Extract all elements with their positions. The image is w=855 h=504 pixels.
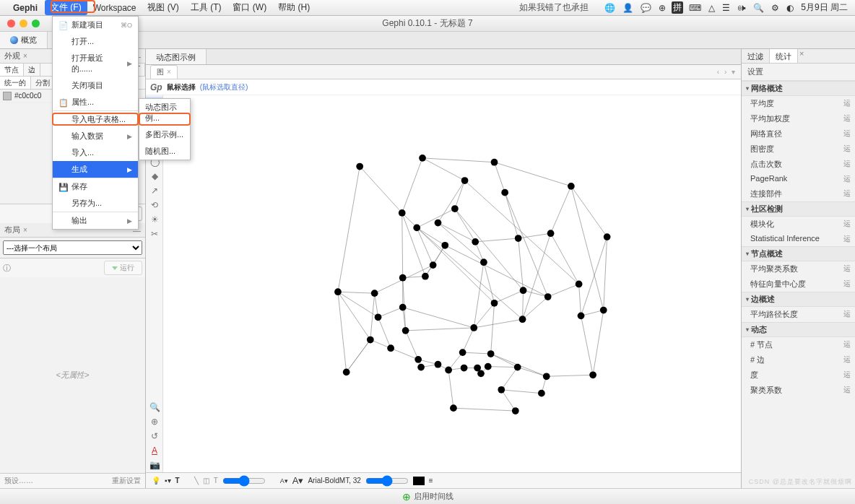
layout-reset-link[interactable]: 重新设置 bbox=[112, 476, 141, 486]
font-color-swatch[interactable] bbox=[413, 477, 425, 485]
run-stat-button[interactable]: 运 bbox=[843, 188, 851, 199]
run-stat-button[interactable]: 运 bbox=[843, 385, 851, 396]
run-stat-button[interactable]: 运 bbox=[843, 219, 851, 230]
status-icon[interactable]: 🌐 bbox=[603, 3, 617, 13]
tab-overview[interactable]: 概览 bbox=[0, 32, 48, 48]
tab-filters[interactable]: 过滤 bbox=[742, 49, 770, 63]
tool-reset-icon[interactable]: ↺ bbox=[146, 429, 163, 443]
text-icon[interactable]: T bbox=[175, 477, 180, 485]
close-icon[interactable]: × bbox=[167, 68, 171, 76]
font-size-slider[interactable] bbox=[365, 475, 409, 487]
run-stat-button[interactable]: 运 bbox=[843, 309, 851, 320]
file-menu-item[interactable]: 另存为... bbox=[53, 195, 138, 212]
run-stat-button[interactable]: 运 bbox=[843, 264, 851, 274]
menu-view[interactable]: 视图 (V) bbox=[142, 0, 184, 15]
edge-icon[interactable]: ╲ bbox=[194, 477, 199, 485]
run-layout-button[interactable]: 运行 bbox=[104, 261, 142, 275]
font-label[interactable]: Arial-BoldMT, 32 bbox=[308, 477, 360, 485]
menubar-date[interactable]: 5月9日 周二 bbox=[799, 1, 849, 14]
file-menu-item[interactable]: 📋属性... bbox=[53, 94, 138, 110]
file-menu-item[interactable]: 输入数据▶ bbox=[53, 128, 138, 144]
tool-font-icon[interactable]: A bbox=[146, 443, 163, 458]
label-icon[interactable]: T bbox=[214, 477, 218, 485]
bulb-icon[interactable]: 💡 bbox=[152, 477, 160, 485]
tool-edge-icon[interactable]: ↗ bbox=[146, 183, 163, 198]
run-stat-button[interactable]: 运 bbox=[843, 370, 851, 381]
tool-center-icon[interactable]: ⊕ bbox=[146, 414, 163, 429]
close-icon[interactable]: × bbox=[799, 49, 804, 63]
status-icon[interactable]: ⚙ bbox=[770, 3, 781, 13]
window-minimize-button[interactable] bbox=[19, 19, 27, 27]
tool-cut-icon[interactable]: ✂ bbox=[146, 227, 163, 241]
status-icon[interactable]: 🔍 bbox=[752, 3, 765, 13]
run-stat-button[interactable]: 运 bbox=[843, 279, 851, 290]
layout-preset-link[interactable]: 预设…… bbox=[4, 476, 33, 486]
tab-nav-arrows[interactable]: ‹ › ▾ bbox=[717, 68, 737, 76]
run-stat-button[interactable]: 运 bbox=[843, 339, 851, 350]
font-large-icon[interactable]: A▾ bbox=[292, 475, 304, 486]
stats-section-header[interactable]: 网络概述 bbox=[742, 81, 855, 96]
status-icon[interactable]: 💬 bbox=[639, 3, 653, 13]
menu-help[interactable]: 帮助 (H) bbox=[272, 0, 316, 15]
stats-section-header[interactable]: 社区检测 bbox=[742, 201, 855, 217]
stats-section-header[interactable]: 边概述 bbox=[742, 292, 855, 307]
file-menu-item[interactable]: 输出▶ bbox=[53, 212, 138, 229]
edge-color-icon[interactable]: ◫ bbox=[203, 477, 209, 485]
file-menu-item[interactable]: 关闭项目 bbox=[53, 77, 138, 94]
tool-zoom-icon[interactable]: 🔍 bbox=[146, 400, 163, 414]
status-icon[interactable]: ☰ bbox=[721, 3, 732, 13]
menu-workspace[interactable]: Workspace bbox=[87, 1, 142, 14]
workspace-tab[interactable]: 动态图示例 bbox=[146, 49, 207, 64]
menu-tools[interactable]: 工具 (T) bbox=[185, 0, 227, 15]
generate-submenu-item[interactable]: 随机图... bbox=[139, 143, 190, 160]
generate-submenu[interactable]: 动态图示例...多图示例...随机图... bbox=[139, 98, 191, 160]
run-stat-button[interactable]: 运 bbox=[843, 159, 851, 170]
file-menu-item[interactable]: 导入电子表格... bbox=[53, 110, 138, 128]
tool-color-icon[interactable]: ◆ bbox=[146, 169, 163, 183]
graph-tab[interactable]: 图× bbox=[150, 65, 178, 79]
run-stat-button[interactable]: 运 bbox=[843, 113, 851, 124]
tab-unique[interactable]: 统一的 bbox=[0, 77, 31, 89]
selection-hint[interactable]: (鼠标选取直径) bbox=[200, 82, 248, 92]
window-maximize-button[interactable] bbox=[32, 19, 40, 27]
tab-statistics[interactable]: 统计 bbox=[770, 49, 798, 63]
font-small-icon[interactable]: A▾ bbox=[280, 477, 288, 485]
run-stat-button[interactable]: 运 bbox=[843, 144, 851, 155]
tab-edges[interactable]: 边 bbox=[24, 64, 40, 76]
attr-config-icon[interactable]: ≡ bbox=[429, 477, 433, 485]
close-icon[interactable]: × bbox=[23, 226, 27, 234]
file-menu-item[interactable]: 生成▶ bbox=[53, 161, 138, 178]
status-icon[interactable]: △ bbox=[707, 3, 716, 13]
stats-section-header[interactable]: 动态 bbox=[742, 322, 855, 337]
file-menu-item[interactable]: 打开... bbox=[53, 33, 138, 50]
status-icon[interactable]: ⊕ bbox=[657, 3, 667, 13]
close-icon[interactable]: × bbox=[23, 52, 27, 60]
generate-submenu-item[interactable]: 动态图示例... bbox=[139, 99, 190, 126]
file-menu-item[interactable]: 导入... bbox=[53, 144, 138, 161]
status-icon[interactable]: 👤 bbox=[621, 3, 635, 13]
bg-icon[interactable]: ▪▾ bbox=[165, 477, 171, 485]
tab-nodes[interactable]: 节点 bbox=[0, 64, 24, 76]
run-stat-button[interactable]: 运 bbox=[843, 98, 851, 109]
run-stat-button[interactable]: 运 bbox=[843, 174, 851, 184]
ime-icon[interactable]: 拼 bbox=[672, 1, 683, 14]
status-icon[interactable]: ◐ bbox=[785, 3, 795, 13]
menu-window[interactable]: 窗口 (W) bbox=[227, 0, 272, 15]
tool-screenshot-icon[interactable]: 📷 bbox=[146, 458, 163, 472]
file-menu-item[interactable]: 💾保存 bbox=[53, 178, 138, 195]
edge-weight-slider[interactable] bbox=[222, 475, 266, 487]
status-icon[interactable]: ⌨ bbox=[687, 3, 703, 13]
tool-path-icon[interactable]: ⟲ bbox=[146, 198, 163, 212]
file-menu-item[interactable]: 📄新建项目⌘O bbox=[53, 17, 138, 33]
tool-heat-icon[interactable]: ☀ bbox=[146, 212, 163, 227]
app-name[interactable]: Gephi bbox=[13, 3, 38, 13]
file-menu-dropdown[interactable]: 📄新建项目⌘O打开...打开最近的......▶关闭项目📋属性...导入电子表格… bbox=[52, 16, 139, 230]
run-stat-button[interactable]: 运 bbox=[843, 234, 851, 244]
graph-canvas[interactable] bbox=[163, 95, 741, 448]
run-stat-button[interactable]: 运 bbox=[843, 355, 851, 365]
color-swatch[interactable] bbox=[3, 92, 12, 100]
layout-select[interactable]: ---选择一个布局 bbox=[3, 240, 142, 255]
generate-submenu-item[interactable]: 多图示例... bbox=[139, 126, 190, 143]
menu-file[interactable]: 文件 (F) bbox=[45, 0, 87, 15]
timeline-bar[interactable]: ⊕ 启用时间线 bbox=[0, 488, 855, 504]
